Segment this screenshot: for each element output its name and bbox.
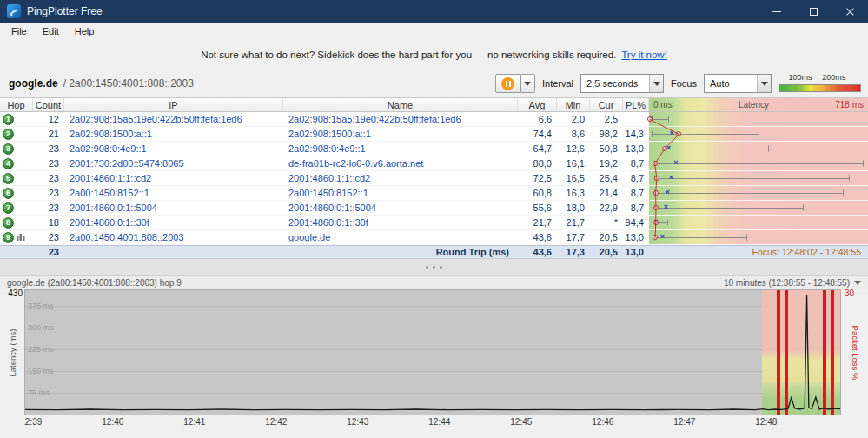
notification-bar: Not sure what to do next? Sidekick does … <box>0 40 868 70</box>
avg-latency-marker: × <box>664 203 668 211</box>
count-cell: 12 <box>33 112 64 126</box>
interval-select[interactable]: 2,5 seconds <box>580 74 664 93</box>
latency-range-bar <box>654 193 843 194</box>
table-row[interactable]: 4232001:730:2d00::5474:8065de-fra01b-rc2… <box>0 156 868 171</box>
latency-range-whisker <box>746 235 747 241</box>
column-header-name[interactable]: Name <box>283 98 518 111</box>
latency-range-whisker <box>759 131 759 137</box>
avg-cell: 43,6 <box>518 230 557 244</box>
focus-select[interactable]: Auto <box>704 74 772 93</box>
avg-latency-marker: × <box>660 233 665 241</box>
table-row[interactable]: 3232a02:908:0:4e9::12a02:908:0:4e9::164,… <box>0 142 868 156</box>
legend-gradient-bar <box>779 84 861 92</box>
latency-graph-cell: × <box>649 156 868 170</box>
ip-cell: 2a00:1450:4001:808::2003 <box>64 230 283 244</box>
x-tick-label: 12:42 <box>265 417 287 427</box>
name-cell: google.de <box>283 230 518 244</box>
minimize-button[interactable] <box>759 0 795 23</box>
ip-cell: 2a02:908:15a5:19e0:422b:50ff:fefa:1ed6 <box>64 112 283 126</box>
graph-indicator-icon <box>17 232 25 242</box>
summary-count-cell: 23 <box>33 246 64 258</box>
loss-axis-max: 30 <box>845 289 854 298</box>
loss-axis-label: Packet Loss % <box>850 325 859 380</box>
maximize-button[interactable] <box>795 0 832 23</box>
avg-cell: 88,0 <box>518 156 557 170</box>
hop-cell: 7 <box>0 201 33 215</box>
hop-cell: 2 <box>0 127 33 141</box>
current-latency-marker <box>653 235 658 240</box>
name-cell: de-fra01b-rc2-lo0-0.v6.aorta.net <box>283 156 518 170</box>
avg-cell: 55,6 <box>518 201 557 215</box>
hop-number-badge: 7 <box>3 202 14 214</box>
pl-cell: 8,7 <box>623 201 649 215</box>
min-cell: 12,6 <box>557 142 590 156</box>
current-latency-marker <box>662 146 667 151</box>
latency-range-bar <box>652 134 759 135</box>
table-row[interactable]: 2212a02:908:1500:a::12a02:908:1500:a::17… <box>0 127 868 142</box>
column-header-hop[interactable]: Hop <box>0 98 33 111</box>
table-row[interactable]: 7232001:4860:0:1::50042001:4860:0:1::500… <box>0 201 868 216</box>
latency-range-whisker <box>803 205 804 211</box>
latency-graph-cell: × <box>649 171 868 185</box>
latency-scale-title: Latency <box>739 100 769 110</box>
avg-cell: 74,4 <box>518 127 557 141</box>
pl-cell: 13,0 <box>623 142 649 156</box>
pl-cell: 13,0 <box>623 230 649 244</box>
column-header-count[interactable]: Count <box>33 98 64 111</box>
table-row[interactable]: 9232a00:1450:4001:808::2003google.de43,6… <box>0 230 868 245</box>
pause-dropdown-button[interactable] <box>521 74 535 93</box>
title-bar: PingPlotter Free <box>0 0 868 23</box>
pause-button[interactable] <box>495 74 521 93</box>
focus-caret <box>757 75 771 92</box>
current-latency-marker <box>647 116 653 122</box>
window-controls <box>759 0 868 23</box>
table-row[interactable]: 5232001:4860:1:1::cd22001:4860:1:1::cd27… <box>0 171 868 186</box>
table-row[interactable]: 1122a02:908:15a5:19e0:422b:50ff:fefa:1ed… <box>0 112 868 127</box>
column-header-ip[interactable]: IP <box>64 98 283 111</box>
hop-number-badge: 4 <box>3 158 14 169</box>
count-cell: 23 <box>33 171 64 185</box>
table-row[interactable]: 6232a00:1450:8152::12a00:1450:8152::160,… <box>0 186 868 201</box>
menu-file[interactable]: File <box>3 24 35 38</box>
name-cell: 2001:4860:0:1::5004 <box>283 201 518 215</box>
x-tick-label: 12:43 <box>347 417 368 427</box>
cur-cell: * <box>590 216 623 229</box>
latency-range-whisker <box>843 190 844 196</box>
count-cell: 23 <box>33 230 64 244</box>
column-header-cur[interactable]: Cur <box>590 98 623 111</box>
column-header-avg[interactable]: Avg <box>518 98 557 111</box>
close-icon <box>845 7 855 17</box>
latency-trace-line <box>25 290 840 415</box>
timeline-plot[interactable]: 375 ms300 ms225 ms150 ms75 ms <box>24 289 841 415</box>
latency-axis-label: Latency (ms) <box>8 328 17 376</box>
chevron-down-icon <box>524 82 531 86</box>
focus-value: Auto <box>705 78 757 89</box>
menu-edit[interactable]: Edit <box>35 24 67 38</box>
current-latency-marker <box>653 220 659 225</box>
latency-range-whisker <box>667 220 668 226</box>
avg-cell: 72,5 <box>518 171 557 185</box>
column-header-min[interactable]: Min <box>557 98 590 111</box>
avg-latency-marker: × <box>669 129 673 137</box>
column-header-latency[interactable]: 0 ms Latency 718 ms <box>649 98 868 111</box>
close-button[interactable] <box>832 0 868 23</box>
summary-min-cell: 17,3 <box>557 246 590 258</box>
summary-cur-cell: 20,5 <box>590 246 623 258</box>
min-cell: 17,7 <box>557 230 590 244</box>
min-cell: 16,5 <box>557 171 590 185</box>
latency-range-whisker <box>653 146 653 152</box>
try-it-now-link[interactable]: Try it now! <box>621 50 667 60</box>
hop-number-badge: 5 <box>3 173 14 184</box>
hop-number-badge: 6 <box>3 188 14 199</box>
timeline-range-selector[interactable]: 10 minutes (12:38:55 - 12:48:55) <box>724 278 861 288</box>
notification-text: Not sure what to do next? Sidekick does … <box>201 50 616 60</box>
table-row[interactable]: 8182001:4860:0:1::30f2001:4860:0:1::30f2… <box>0 216 868 230</box>
latency-graph-cell: × <box>649 127 868 141</box>
column-header-pl[interactable]: PL% <box>623 98 649 111</box>
menu-help[interactable]: Help <box>67 24 103 38</box>
count-cell: 23 <box>33 186 64 200</box>
pl-cell: 8,7 <box>623 171 649 185</box>
x-tick-label: 12:41 <box>183 417 205 427</box>
splitter-handle[interactable] <box>0 259 868 276</box>
count-cell: 23 <box>33 142 64 156</box>
